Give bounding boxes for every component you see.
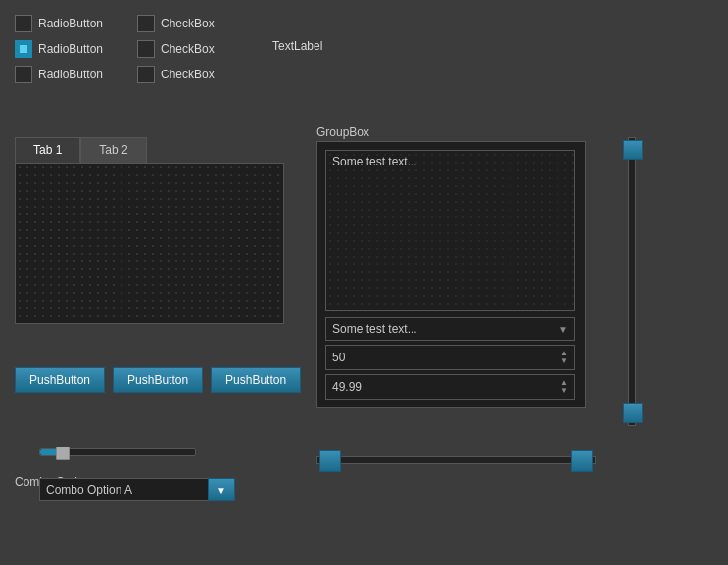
spin-box[interactable]: 50 ▲ ▼ xyxy=(325,345,575,370)
double-spin-box[interactable]: 49.99 ▲ ▼ xyxy=(325,374,575,400)
push-button-2[interactable]: PushButton xyxy=(113,367,203,393)
radio-group: RadioButton RadioButton RadioButton xyxy=(15,15,103,91)
double-spin-value: 49.99 xyxy=(332,380,362,394)
line-edit-arrow: ▼ xyxy=(558,324,568,335)
push-buttons: PushButton PushButton PushButton xyxy=(15,367,301,393)
tab-1[interactable]: Tab 1 xyxy=(15,137,80,163)
checkbox-item-2[interactable]: CheckBox xyxy=(137,40,215,58)
h-slider-bottom-track xyxy=(316,456,596,464)
radio-label-3: RadioButton xyxy=(38,68,103,81)
spin-arrows[interactable]: ▲ ▼ xyxy=(560,350,568,365)
h-slider[interactable] xyxy=(39,448,196,456)
spin-box-value: 50 xyxy=(332,351,345,364)
checkbox-item-3[interactable]: CheckBox xyxy=(137,66,215,83)
h-slider-bottom[interactable] xyxy=(316,452,596,468)
combo-dropdown-button[interactable] xyxy=(208,478,235,501)
text-browser-content: Some test text... xyxy=(332,155,417,168)
combo-box[interactable]: Combo Option A xyxy=(39,478,235,501)
main-container: RadioButton RadioButton RadioButton Chec… xyxy=(0,0,728,565)
spin-down-icon[interactable]: ▼ xyxy=(560,357,568,365)
checkbox-item-1[interactable]: CheckBox xyxy=(137,15,215,32)
text-label: TextLabel xyxy=(272,39,322,53)
h-slider-bottom-handle-right[interactable] xyxy=(571,450,593,472)
checkbox-label-3: CheckBox xyxy=(161,68,215,81)
radio-button-1[interactable] xyxy=(15,15,32,32)
checkbox-2[interactable] xyxy=(137,40,155,58)
tab-bar: Tab 1 Tab 2 xyxy=(15,137,284,163)
group-box-label: GroupBox xyxy=(316,125,586,139)
line-edit[interactable]: Some test text... ▼ xyxy=(325,317,575,341)
h-slider-handle[interactable] xyxy=(56,447,70,460)
radio-button-2[interactable] xyxy=(15,40,32,58)
radio-item-3[interactable]: RadioButton xyxy=(15,66,103,83)
h-slider-bottom-handle-left[interactable] xyxy=(319,450,341,472)
double-spin-down-icon[interactable]: ▼ xyxy=(560,387,568,395)
tab-content xyxy=(15,163,284,324)
checkbox-group: CheckBox CheckBox CheckBox xyxy=(137,15,215,91)
v-slider[interactable] xyxy=(622,137,642,426)
push-button-1[interactable]: PushButton xyxy=(15,367,105,393)
radio-button-3[interactable] xyxy=(15,66,32,83)
radio-label-2: RadioButton xyxy=(38,42,103,56)
group-box: Some test text... Some test text... ▼ 50… xyxy=(316,141,586,408)
tab-widget: Tab 1 Tab 2 xyxy=(15,137,284,324)
checkbox-label-1: CheckBox xyxy=(161,17,215,30)
checkbox-label-2: CheckBox xyxy=(161,42,215,56)
v-slider-handle-top[interactable] xyxy=(623,140,643,160)
h-slider-track xyxy=(39,448,196,456)
double-spin-arrows[interactable]: ▲ ▼ xyxy=(560,379,568,395)
tab-2[interactable]: Tab 2 xyxy=(80,137,146,163)
text-browser[interactable]: Some test text... xyxy=(325,150,575,311)
radio-label-1: RadioButton xyxy=(38,17,103,30)
checkbox-1[interactable] xyxy=(137,15,155,32)
group-box-container: GroupBox Some test text... Some test tex… xyxy=(316,125,586,408)
v-slider-track xyxy=(628,137,636,426)
push-button-3[interactable]: PushButton xyxy=(211,367,301,393)
checkbox-3[interactable] xyxy=(137,66,155,83)
line-edit-value: Some test text... xyxy=(332,322,417,336)
combo-input[interactable]: Combo Option A xyxy=(39,478,208,501)
radio-item-2[interactable]: RadioButton xyxy=(15,40,103,58)
radio-item-1[interactable]: RadioButton xyxy=(15,15,103,32)
v-slider-handle-bottom[interactable] xyxy=(623,403,643,423)
